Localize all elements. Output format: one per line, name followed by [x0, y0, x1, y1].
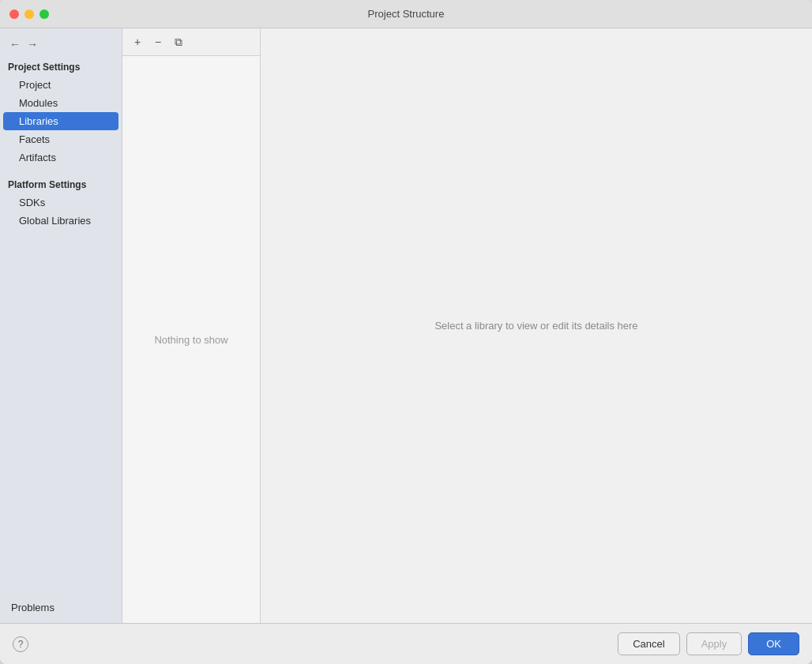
nav-arrows: ← →	[0, 32, 122, 57]
help-button[interactable]: ?	[13, 636, 28, 652]
add-icon: +	[134, 36, 141, 48]
sidebar-item-facets[interactable]: Facets	[3, 130, 118, 148]
copy-icon: ⧉	[175, 36, 182, 49]
sidebar-item-modules[interactable]: Modules	[3, 94, 118, 112]
sidebar-spacer	[0, 230, 122, 598]
close-button[interactable]	[9, 9, 19, 19]
window-controls	[9, 9, 49, 19]
add-button[interactable]: +	[129, 33, 146, 51]
title-bar: Project Structure	[0, 0, 812, 28]
remove-button[interactable]: −	[149, 33, 167, 51]
middle-panel: + − ⧉ Nothing to show	[122, 28, 261, 623]
platform-settings-header: Platform Settings	[0, 174, 122, 193]
apply-button[interactable]: Apply	[686, 632, 742, 655]
maximize-button[interactable]	[39, 9, 49, 19]
remove-icon: −	[155, 36, 161, 48]
bottom-bar: ? Cancel Apply OK	[0, 623, 812, 664]
sidebar: ← → Project Settings Project Modules Lib…	[0, 28, 122, 623]
project-settings-header: Project Settings	[0, 57, 122, 76]
sidebar-item-sdks[interactable]: SDKs	[3, 193, 118, 212]
nothing-to-show-label: Nothing to show	[154, 334, 227, 346]
sidebar-item-libraries[interactable]: Libraries	[3, 112, 118, 130]
main-window: Project Structure ← → Project Settings P…	[0, 0, 812, 664]
ok-button[interactable]: OK	[748, 632, 799, 655]
window-title: Project Structure	[368, 8, 445, 20]
back-arrow[interactable]: ←	[8, 36, 22, 52]
right-panel: Select a library to view or edit its det…	[261, 28, 812, 623]
bottom-actions: Cancel Apply OK	[618, 632, 799, 655]
right-panel-placeholder: Select a library to view or edit its det…	[434, 320, 637, 332]
copy-button[interactable]: ⧉	[170, 33, 187, 51]
sidebar-item-project[interactable]: Project	[3, 76, 118, 94]
main-content: ← → Project Settings Project Modules Lib…	[0, 28, 812, 623]
sidebar-item-global-libraries[interactable]: Global Libraries	[3, 212, 118, 230]
forward-arrow[interactable]: →	[25, 36, 39, 52]
minimize-button[interactable]	[24, 9, 34, 19]
cancel-button[interactable]: Cancel	[618, 632, 679, 655]
sidebar-item-artifacts[interactable]: Artifacts	[3, 148, 118, 167]
library-list: Nothing to show	[122, 56, 260, 623]
help-icon: ?	[18, 639, 24, 650]
middle-toolbar: + − ⧉	[122, 28, 260, 56]
sidebar-item-problems[interactable]: Problems	[3, 598, 118, 617]
